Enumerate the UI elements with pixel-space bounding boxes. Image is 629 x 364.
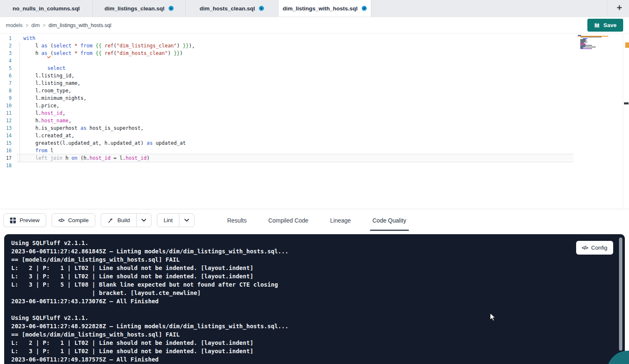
tab-bar-right: + [607,0,629,17]
code-line[interactable]: 3 h as (select * from {{ ref("dim_hosts_… [0,50,629,57]
line-number: 5 [0,64,17,72]
line-number: 11 [0,109,17,117]
code-line[interactable]: 18 [0,162,629,169]
terminal-scrollbar[interactable] [619,238,622,351]
code-line-text: l.minimum_nights, [17,94,87,102]
code-line-text [17,162,23,169]
code-line-text: l.host_id, [17,109,65,117]
line-number: 2 [0,42,17,50]
code-line[interactable]: 8 l.room_type, [0,87,629,94]
result-tab-lineage[interactable]: Lineage [328,210,353,231]
editor-tab[interactable]: no_nulls_in_columns.sql [0,0,93,17]
terminal-line: L: 3 | P: 5 | LT08 | Blank line expected… [11,280,625,289]
preview-button[interactable]: Preview [3,213,46,227]
save-floppy-icon [594,22,600,28]
breadcrumb-segment[interactable]: dim [31,22,40,28]
tab-label: dim_listings_with_hosts.sql [283,5,358,12]
code-line-text: h as (select * from {{ ref("dim_hosts_cl… [17,50,183,57]
code-line[interactable]: 11 l.host_id, [0,109,629,117]
code-line[interactable]: 9 l.minimum_nights, [0,94,629,102]
breadcrumb-segment[interactable]: models [6,22,22,28]
preview-button-label: Preview [20,217,40,223]
breadcrumb: models>dim>dim_listings_with_hosts.sql [6,22,111,28]
result-tab-code-quality[interactable]: Code Quality [370,210,409,231]
config-button-label: Config [591,245,607,251]
result-tab-compiled-code[interactable]: Compiled Code [266,210,311,231]
code-line-text [17,57,23,64]
code-line-text: select [17,64,65,72]
code-line[interactable]: 13 h.is_superhost as host_is_superhost, [0,124,629,132]
code-line-text: greatest(l.updated_at, h.updated_at) as … [17,139,186,147]
new-tab-button[interactable]: + [613,3,626,14]
terminal-line: L: 2 | P: 1 | LT02 | Line should not be … [11,339,625,347]
code-line[interactable]: 14 l.created_at, [0,132,629,139]
build-button[interactable]: Build [101,213,152,227]
code-line-text: l as (select * from {{ ref("dim_listings… [17,42,195,50]
terminal-line: Using SQLFluff v2.1.1. [11,314,625,322]
terminal-line: == [models/dim/dim_listings_with_hosts.s… [11,330,625,339]
line-number: 14 [0,132,17,139]
terminal-line: Using SQLFluff v2.1.1. [11,239,625,247]
line-number: 16 [0,147,17,154]
modified-indicator-icon [362,6,367,11]
chevron-down-icon [184,219,189,222]
terminal-line: | bracket. [layout.cte_newline] [11,289,625,297]
code-line-text: h.host_name, [17,117,72,124]
terminal-line: 2023-06-06T11:27:48.922828Z — Linting mo… [11,322,625,330]
code-line[interactable]: 5 select [0,64,629,72]
code-line[interactable]: 15 greatest(l.updated_at, h.updated_at) … [0,139,629,147]
save-button[interactable]: Save [587,19,623,32]
tab-label: dim_hosts_clean.sql [200,5,255,12]
code-line[interactable]: 2 l as (select * from {{ ref("dim_listin… [0,42,629,50]
breadcrumb-separator-icon: > [42,22,45,28]
line-number: 18 [0,162,17,169]
editor-minimap[interactable] [578,35,609,49]
code-line-text: l.listing_id, [17,72,75,79]
terminal-line: 2023-06-06T11:27:49.187575Z — All Finish… [11,355,625,364]
code-line-text: l.room_type, [17,87,72,94]
line-number: 12 [0,117,17,124]
lint-dropdown-toggle[interactable] [179,214,194,227]
line-number: 7 [0,79,17,87]
code-line[interactable]: 17 left join h on (h.host_id = l.host_id… [0,154,629,162]
editor-tab[interactable]: dim_listings_clean.sql [93,0,186,17]
config-button[interactable]: </> Config [576,241,613,255]
code-line[interactable]: 4 [0,57,629,64]
editor-tab[interactable]: dim_hosts_clean.sql [186,0,278,17]
code-line[interactable]: 16 from l [0,147,629,154]
chevron-down-icon [142,219,146,222]
compile-button-label: Compile [68,217,89,223]
line-number: 17 [0,154,17,162]
code-line-text: left join h on (h.host_id = l.host_id) [17,154,150,162]
save-button-label: Save [603,22,617,28]
line-number: 9 [0,94,17,102]
line-number: 13 [0,124,17,132]
code-line[interactable]: 10 l.price, [0,102,629,109]
compile-button[interactable]: </> Compile [52,213,95,227]
code-editor[interactable]: 1with2 l as (select * from {{ ref("dim_l… [0,34,629,209]
breadcrumb-separator-icon: > [25,22,28,28]
preview-grid-icon [10,218,16,223]
lint-button[interactable]: Lint [157,213,194,227]
code-line-text: l.listing_name, [17,79,80,87]
terminal-line [11,305,625,314]
line-number: 1 [0,35,17,42]
code-line[interactable]: 6 l.listing_id, [0,72,629,79]
code-line-text: l.created_at, [17,132,75,139]
result-tab-results[interactable]: Results [225,210,249,231]
code-line[interactable]: 7 l.listing_name, [0,79,629,87]
code-brackets-icon: </> [58,218,64,223]
code-line[interactable]: 1with [0,35,629,42]
terminal-line: == [models/dim/dim_listings_with_hosts.s… [11,255,625,264]
dbt-ide-screen: no_nulls_in_columns.sqldim_listings_clea… [0,0,629,364]
lint-button-label: Lint [164,217,173,223]
minimap-row [580,37,602,37]
tab-bar-divider [607,0,607,17]
editor-tab[interactable]: dim_listings_with_hosts.sql [278,0,371,17]
terminal-line: 2023-06-06T11:27:43.173076Z — All Finish… [11,297,625,305]
terminal-line: L: 2 | P: 1 | LT02 | Line should not be … [11,264,625,272]
terminal-line: L: 3 | P: 1 | LT02 | Line should not be … [11,272,625,280]
breadcrumb-segment[interactable]: dim_listings_with_hosts.sql [48,22,111,28]
build-dropdown-toggle[interactable] [136,214,151,227]
code-line[interactable]: 12 h.host_name, [0,117,629,124]
